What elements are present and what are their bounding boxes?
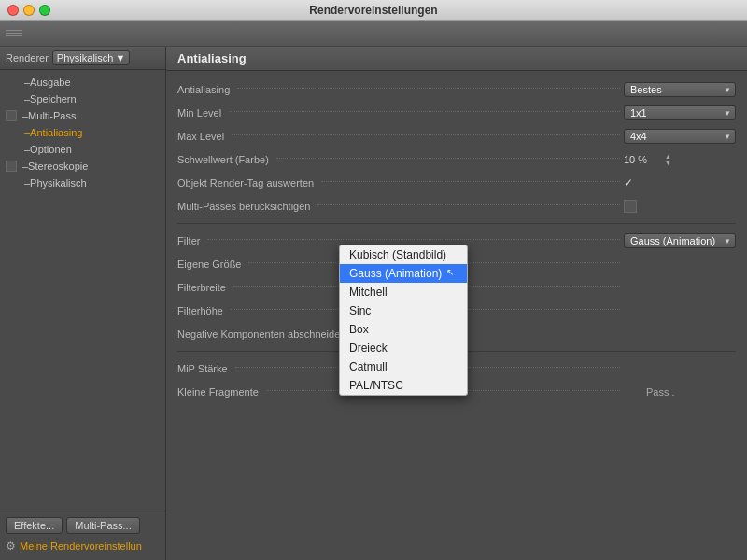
objekt-render-control: ✓ <box>624 176 736 189</box>
dropdown-item-catmull[interactable]: Catmull <box>340 357 467 376</box>
dropdown-item-kubisch[interactable]: Kubisch (Standbild) <box>340 245 467 264</box>
schwellwert-stepper-arrows[interactable]: ▲ ▼ <box>665 153 671 166</box>
section-divider-1 <box>177 223 736 224</box>
sidebar-item-antialiasing-label: –Antialiasing <box>24 127 82 138</box>
antialiasing-label: Antialiasing <box>177 84 624 95</box>
sidebar-item-multi-pass[interactable]: –Multi-Pass <box>0 107 165 124</box>
renderer-arrow-icon: ▼ <box>115 52 125 63</box>
setting-row-schwellwert: Schwellwert (Farbe) 10 % ▲ ▼ <box>177 150 736 169</box>
multi-pass-checkbox[interactable] <box>6 110 17 121</box>
window-controls <box>7 5 50 16</box>
sidebar-item-physikalisch-label: –Physikalisch <box>24 177 87 189</box>
renderer-value: Physikalisch <box>57 52 114 63</box>
setting-row-objekt-render: Objekt Render-Tag auswerten ✓ <box>177 174 736 192</box>
gear-icon[interactable]: ⚙ <box>6 539 16 553</box>
cursor-icon: ↖ <box>446 267 454 277</box>
close-button[interactable] <box>7 5 19 16</box>
objekt-render-label: Objekt Render-Tag auswerten <box>177 177 624 189</box>
min-level-dropdown[interactable]: 1x1 ▼ <box>624 105 736 120</box>
max-level-label: Max Level <box>177 131 624 142</box>
antialiasing-dropdown-arrow-icon: ▼ <box>724 86 731 94</box>
panel-title: Antialiasing <box>166 47 747 71</box>
filter-dropdown-overlay: Kubisch (Standbild) Gauss (Animation) ↖ … <box>339 245 468 396</box>
max-level-control: 4x4 ▼ <box>624 129 736 144</box>
antialiasing-dropdown[interactable]: Bestes ▼ <box>624 82 736 97</box>
setting-row-multi-passes: Multi-Passes berücksichtigen <box>177 197 736 216</box>
stepper-up-icon[interactable]: ▲ <box>665 153 671 160</box>
main-panel: Antialiasing Antialiasing Bestes ▼ <box>166 47 747 560</box>
stepper-down-icon[interactable]: ▼ <box>665 160 671 166</box>
sidebar-nav: –Ausgabe –Speichern –Multi-Pass –Antiali… <box>0 70 165 511</box>
setting-row-min-level: Min Level 1x1 ▼ <box>177 104 736 122</box>
min-level-label: Min Level <box>177 107 624 119</box>
sidebar-item-physikalisch[interactable]: –Physikalisch <box>0 175 165 191</box>
max-level-dropdown[interactable]: 4x4 ▼ <box>624 129 736 144</box>
dropdown-item-gauss-animation[interactable]: Gauss (Animation) ↖ <box>340 264 467 283</box>
setting-row-max-level: Max Level 4x4 ▼ <box>177 127 736 146</box>
filter-trigger-value: Gauss (Animation) <box>630 235 715 246</box>
toolbar <box>0 21 747 47</box>
dropdown-item-mitchell[interactable]: Mitchell <box>340 283 467 301</box>
sidebar-item-stereoskopie-label: –Stereoskopie <box>22 161 88 172</box>
pass-value: Pass . <box>624 383 683 401</box>
preset-name: Meine Rendervoreinstellun <box>20 540 142 552</box>
multi-passes-checkbox[interactable] <box>624 200 637 213</box>
multi-passes-label: Multi-Passes berücksichtigen <box>177 201 624 212</box>
renderer-bar: Renderer Physikalisch ▼ <box>0 47 165 70</box>
kleine-fragmente-control: Pass . <box>624 383 736 401</box>
content-area: Renderer Physikalisch ▼ –Ausgabe –Speich… <box>0 47 747 560</box>
multi-passes-control <box>624 200 736 213</box>
window-title: Rendervoreinstellungen <box>309 4 437 17</box>
renderer-label: Renderer <box>6 52 49 63</box>
max-level-arrow-icon: ▼ <box>724 133 731 141</box>
sidebar-item-multi-pass-label: –Multi-Pass <box>22 110 76 121</box>
dropdown-item-sinc[interactable]: Sinc <box>340 301 467 320</box>
dropdown-item-pal-ntsc[interactable]: PAL/NTSC <box>340 376 467 395</box>
effekte-button[interactable]: Effekte... <box>6 517 63 534</box>
multi-pass-button[interactable]: Multi-Pass... <box>66 517 140 534</box>
objekt-render-checkmark: ✓ <box>624 176 633 189</box>
maximize-button[interactable] <box>39 5 50 16</box>
renderer-dropdown[interactable]: Physikalisch ▼ <box>52 50 130 65</box>
sidebar-item-speichern-label: –Speichern <box>24 93 77 105</box>
title-bar: Rendervoreinstellungen <box>0 0 747 21</box>
filter-dropdown-trigger[interactable]: Gauss (Animation) ▼ <box>624 233 736 248</box>
min-level-arrow-icon: ▼ <box>724 109 731 118</box>
sidebar-item-optionen[interactable]: –Optionen <box>0 141 165 158</box>
sidebar-item-stereoskopie[interactable]: –Stereoskopie <box>0 158 165 175</box>
sidebar-item-ausgabe-label: –Ausgabe <box>24 77 71 88</box>
dropdown-item-dreieck[interactable]: Dreieck <box>340 339 467 357</box>
filter-dropdown-arrow-icon: ▼ <box>724 237 731 245</box>
schwellwert-label: Schwellwert (Farbe) <box>177 154 624 165</box>
sidebar-bottom: Effekte... Multi-Pass... ⚙ Meine Renderv… <box>0 511 165 560</box>
sidebar-preset-row: ⚙ Meine Rendervoreinstellun <box>6 538 160 554</box>
schwellwert-value: 10 % <box>624 154 661 165</box>
setting-row-antialiasing: Antialiasing Bestes ▼ <box>177 80 736 99</box>
sidebar: Renderer Physikalisch ▼ –Ausgabe –Speich… <box>0 47 166 560</box>
sidebar-btn-row: Effekte... Multi-Pass... <box>6 517 160 534</box>
sidebar-item-optionen-label: –Optionen <box>24 144 72 155</box>
stereoskopie-checkbox[interactable] <box>6 161 17 172</box>
sidebar-item-antialiasing[interactable]: –Antialiasing <box>0 124 165 141</box>
min-level-control: 1x1 ▼ <box>624 105 736 120</box>
main-container: Renderer Physikalisch ▼ –Ausgabe –Speich… <box>0 21 747 560</box>
antialiasing-control: Bestes ▼ <box>624 82 736 97</box>
sidebar-item-speichern[interactable]: –Speichern <box>0 91 165 107</box>
filter-control: Gauss (Animation) ▼ <box>624 233 736 248</box>
sidebar-item-ausgabe[interactable]: –Ausgabe <box>0 74 165 91</box>
schwellwert-stepper: 10 % ▲ ▼ <box>624 153 671 166</box>
schwellwert-control: 10 % ▲ ▼ <box>624 153 736 166</box>
toolbar-grip <box>6 30 22 36</box>
minimize-button[interactable] <box>23 5 35 16</box>
dropdown-item-box[interactable]: Box <box>340 320 467 339</box>
